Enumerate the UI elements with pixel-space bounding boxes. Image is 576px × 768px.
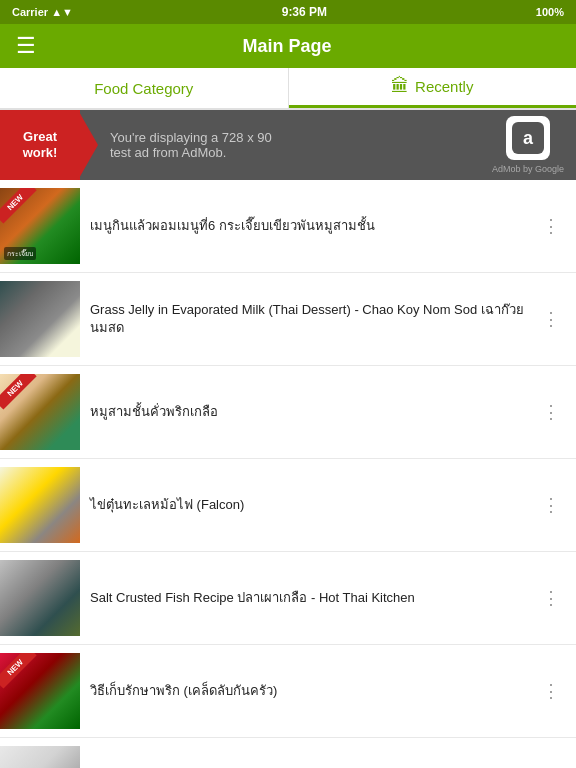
battery: 100% bbox=[536, 6, 564, 18]
status-bar: Carrier ▲▼ 9:36 PM 100% bbox=[0, 0, 576, 24]
new-ribbon bbox=[0, 188, 40, 228]
list-item[interactable]: กระเจี๊ยบ เมนูกินแล้วผอมเมนูที่6 กระเจี๊… bbox=[0, 180, 576, 273]
list-item[interactable]: Salt Crusted Fish Recipe ปลาเผาเกลือ - H… bbox=[0, 552, 576, 645]
food-thumbnail bbox=[0, 746, 80, 768]
more-options-icon[interactable]: ⋮ bbox=[538, 676, 564, 706]
more-options-icon[interactable]: ⋮ bbox=[538, 304, 564, 334]
tab-bar: Food Category 🏛 Recently bbox=[0, 68, 576, 110]
admob-label: AdMob by Google bbox=[492, 164, 564, 174]
list-item[interactable]: Grass Jelly in Evaporated Milk (Thai Des… bbox=[0, 273, 576, 366]
list-item[interactable]: หมูสามชั้นคั่วพริกเกลือ ⋮ bbox=[0, 366, 576, 459]
tab-food-category[interactable]: Food Category bbox=[0, 68, 289, 108]
more-options-icon[interactable]: ⋮ bbox=[538, 397, 564, 427]
recently-label: Recently bbox=[415, 78, 473, 95]
food-title: Grass Jelly in Evaporated Milk (Thai Des… bbox=[90, 301, 538, 337]
ad-red-box: Great work! bbox=[0, 110, 80, 180]
food-category-label: Food Category bbox=[94, 80, 193, 97]
new-ribbon bbox=[0, 653, 40, 693]
food-thumbnail bbox=[0, 374, 80, 450]
food-thumbnail bbox=[0, 560, 80, 636]
bank-icon: 🏛 bbox=[391, 76, 409, 97]
list-item[interactable]: ไข่ตุ๋นทะเลหม้อไฟ (Falcon) ⋮ bbox=[0, 459, 576, 552]
new-ribbon bbox=[0, 374, 40, 414]
tab-recently[interactable]: 🏛 Recently bbox=[289, 68, 577, 108]
food-title: หมูสามชั้นคั่วพริกเกลือ bbox=[90, 403, 538, 421]
list-item[interactable]: Sago and Taro Porridge (Thai Dessert) - … bbox=[0, 738, 576, 768]
food-title: เมนูกินแล้วผอมเมนูที่6 กระเจี๊ยบเขียวพัน… bbox=[90, 217, 538, 235]
carrier-signal: Carrier ▲▼ bbox=[12, 6, 73, 18]
ad-text: You're displaying a 728 x 90test ad from… bbox=[80, 130, 272, 160]
more-options-icon[interactable]: ⋮ bbox=[538, 490, 564, 520]
hamburger-icon[interactable]: ☰ bbox=[16, 35, 36, 57]
food-list: กระเจี๊ยบ เมนูกินแล้วผอมเมนูที่6 กระเจี๊… bbox=[0, 180, 576, 768]
admob-logo-inner: a bbox=[512, 122, 544, 154]
ad-great-work-text: Great work! bbox=[0, 125, 80, 164]
ad-left: Great work! You're displaying a 728 x 90… bbox=[0, 110, 272, 180]
more-options-icon[interactable]: ⋮ bbox=[538, 211, 564, 241]
ad-right: a AdMob by Google bbox=[480, 110, 576, 180]
food-thumbnail bbox=[0, 281, 80, 357]
food-title: ไข่ตุ๋นทะเลหม้อไฟ (Falcon) bbox=[90, 496, 538, 514]
list-item[interactable]: วิธีเก็บรักษาพริก (เคล็ดลับกันครัว) ⋮ bbox=[0, 645, 576, 738]
page-title: Main Page bbox=[36, 36, 538, 57]
thumb-label: กระเจี๊ยบ bbox=[4, 247, 36, 260]
admob-letter: a bbox=[523, 128, 533, 149]
header: ☰ Main Page bbox=[0, 24, 576, 68]
admob-logo: a bbox=[506, 116, 550, 160]
more-options-icon[interactable]: ⋮ bbox=[538, 583, 564, 613]
food-thumbnail bbox=[0, 467, 80, 543]
food-thumbnail: กระเจี๊ยบ bbox=[0, 188, 80, 264]
food-thumbnail bbox=[0, 653, 80, 729]
time: 9:36 PM bbox=[282, 5, 327, 19]
food-title: Salt Crusted Fish Recipe ปลาเผาเกลือ - H… bbox=[90, 589, 538, 607]
ad-arrow bbox=[78, 110, 98, 180]
ad-banner: Great work! You're displaying a 728 x 90… bbox=[0, 110, 576, 180]
food-title: วิธีเก็บรักษาพริก (เคล็ดลับกันครัว) bbox=[90, 682, 538, 700]
